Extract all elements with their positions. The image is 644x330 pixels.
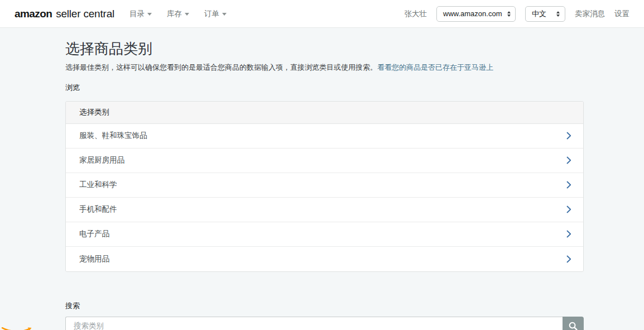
settings-link[interactable]: 设置	[614, 9, 629, 19]
nav-item[interactable]: 库存	[167, 9, 189, 19]
chevron-right-icon	[566, 255, 571, 263]
top-navigation-bar: amazon seller central 目录 库存 订单 张大壮 www.a…	[0, 0, 644, 28]
chevron-right-icon	[566, 230, 571, 238]
chevron-right-icon	[566, 181, 571, 189]
category-row[interactable]: 家居厨房用品	[66, 149, 583, 173]
search-row	[65, 317, 584, 330]
chevron-right-icon	[566, 156, 571, 164]
main-content: 选择商品类别 选择最佳类别，这样可以确保您看到的是最适合您商品的数据输入项，直接…	[0, 28, 584, 330]
product-exists-link[interactable]: 看看您的商品是否已存在于亚马逊上	[377, 63, 493, 71]
amazon-smile-icon	[1, 327, 33, 330]
category-label: 家居厨房用品	[79, 155, 124, 165]
nav-item-label: 目录	[129, 9, 145, 19]
language-select[interactable]: 中文	[525, 6, 565, 22]
user-name: 张大壮	[405, 9, 427, 19]
nav-item[interactable]: 订单	[204, 9, 227, 19]
marketplace-select[interactable]: www.amazon.com	[436, 6, 516, 22]
category-list: 服装、鞋和珠宝饰品 家居厨房用品 工业和科学 手机和配件 电子产品 宠物用品	[66, 124, 583, 271]
chevron-right-icon	[566, 205, 571, 213]
category-row[interactable]: 宠物用品	[66, 247, 583, 271]
nav-item[interactable]: 目录	[129, 9, 152, 19]
marketplace-select-value: www.amazon.com	[443, 9, 502, 18]
search-input[interactable]	[65, 317, 563, 330]
seller-messages-link[interactable]: 卖家消息	[575, 9, 605, 19]
amazon-seller-central-logo[interactable]: amazon seller central	[15, 8, 114, 20]
search-section: 搜索	[65, 301, 584, 330]
category-label: 手机和配件	[79, 204, 117, 214]
category-row[interactable]: 电子产品	[66, 222, 583, 247]
category-label: 工业和科学	[79, 180, 117, 190]
page-subtitle: 选择最佳类别，这样可以确保您看到的是最适合您商品的数据输入项，直接浏览类目或使用…	[65, 63, 584, 72]
search-label: 搜索	[65, 301, 584, 311]
subtitle-text: 选择最佳类别，这样可以确保您看到的是最适合您商品的数据输入项，直接浏览类目或使用…	[65, 63, 377, 71]
nav-item-label: 订单	[204, 9, 219, 19]
amazon-logo-text: amazon	[15, 8, 52, 20]
category-label: 电子产品	[79, 229, 109, 239]
search-button[interactable]	[563, 317, 584, 330]
category-panel-header: 选择类别	[66, 102, 583, 124]
category-panel: 选择类别 服装、鞋和珠宝饰品 家居厨房用品 工业和科学 手机和配件 电子产品 宠…	[65, 101, 584, 272]
category-row[interactable]: 服装、鞋和珠宝饰品	[66, 124, 583, 149]
category-label: 宠物用品	[79, 254, 109, 264]
caret-down-icon	[222, 13, 227, 16]
search-icon	[568, 321, 578, 330]
updown-arrows-icon	[507, 11, 511, 17]
caret-down-icon	[147, 13, 152, 16]
language-select-value: 中文	[532, 9, 546, 19]
main-nav: 目录 库存 订单	[129, 9, 227, 19]
updown-arrows-icon	[556, 11, 560, 17]
chevron-right-icon	[566, 132, 571, 140]
category-label: 服装、鞋和珠宝饰品	[79, 131, 147, 141]
browse-label: 浏览	[65, 83, 584, 93]
caret-down-icon	[185, 13, 189, 16]
page-title: 选择商品类别	[65, 41, 584, 58]
topbar-right: 张大壮 www.amazon.com 中文 卖家消息 设置	[405, 6, 630, 22]
seller-central-logo-text: seller central	[56, 8, 114, 20]
nav-item-label: 库存	[167, 9, 182, 19]
category-row[interactable]: 工业和科学	[66, 173, 583, 198]
category-row[interactable]: 手机和配件	[66, 198, 583, 222]
